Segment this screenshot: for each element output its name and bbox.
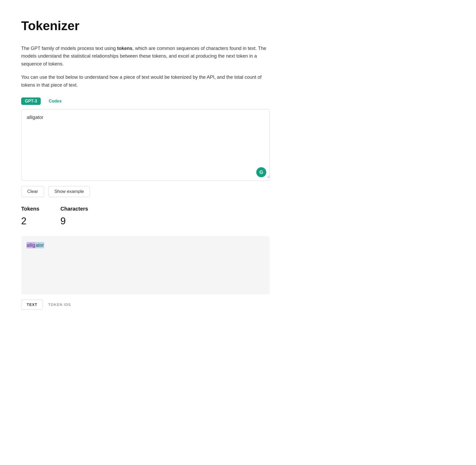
tab-gpt3[interactable]: GPT-3 <box>21 97 41 105</box>
view-tab-text[interactable]: TEXT <box>21 300 43 310</box>
characters-stat: Characters 9 <box>61 204 88 229</box>
model-tabs: GPT-3 Codex <box>21 97 270 105</box>
description-paragraph-2: You can use the tool below to understand… <box>21 73 270 89</box>
tokens-value: 2 <box>21 213 39 229</box>
grammarly-icon[interactable]: G <box>256 167 266 177</box>
tokens-label: Tokens <box>21 204 39 213</box>
tokens-stat: Tokens 2 <box>21 204 39 229</box>
description1-before-bold: The GPT family of models process text us… <box>21 46 117 51</box>
characters-value: 9 <box>61 213 88 229</box>
token-2: ator <box>35 242 44 248</box>
characters-label: Characters <box>61 204 88 213</box>
tab-codex[interactable]: Codex <box>45 97 65 105</box>
text-input-container: alligator G <box>21 109 270 181</box>
clear-button[interactable]: Clear <box>21 186 44 197</box>
view-tab-token-ids[interactable]: TOKEN IDS <box>43 300 76 310</box>
action-buttons: Clear Show example <box>21 186 270 197</box>
show-example-button[interactable]: Show example <box>48 186 90 197</box>
token-display-area: alligator <box>21 236 270 294</box>
description-paragraph-1: The GPT family of models process text us… <box>21 45 270 68</box>
text-input[interactable]: alligator <box>21 109 269 178</box>
stats-row: Tokens 2 Characters 9 <box>21 204 270 229</box>
page-title: Tokenizer <box>21 16 270 36</box>
token-1: allig <box>26 242 35 248</box>
description1-bold: tokens <box>117 46 132 51</box>
view-tabs: TEXT TOKEN IDS <box>21 300 270 310</box>
